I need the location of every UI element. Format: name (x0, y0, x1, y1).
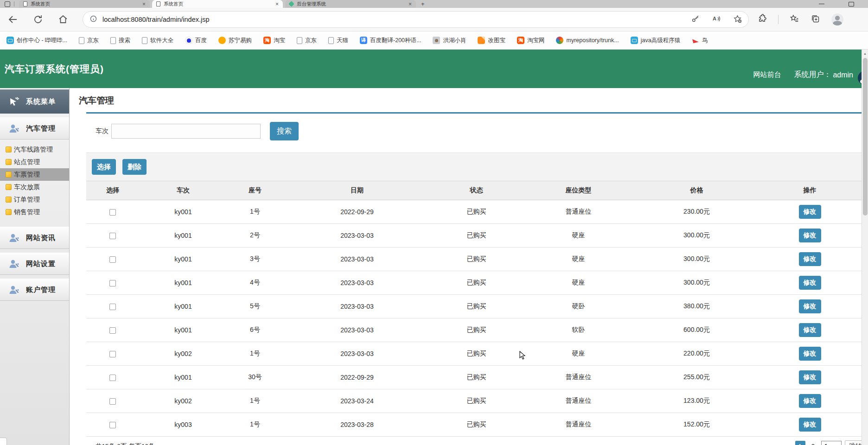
cell-price: 300.00元 (635, 248, 758, 271)
read-aloud-icon[interactable]: A (712, 14, 721, 25)
table-row: ky0031号2023-03-28已购买普通座位152.00元修改 (86, 413, 862, 437)
row-checkbox[interactable] (109, 327, 116, 334)
row-checkbox[interactable] (109, 398, 116, 405)
row-checkbox[interactable] (109, 375, 116, 381)
favorites-bar-icon[interactable] (790, 14, 799, 25)
bookmark-item[interactable]: 淘淘宝网 (517, 37, 545, 44)
person-icon (8, 233, 20, 243)
delete-button[interactable]: 删除 (122, 159, 147, 175)
submenu-item[interactable]: 销售管理 (0, 206, 69, 218)
row-checkbox[interactable] (109, 422, 116, 428)
address-bar[interactable]: localhost:8080/train/admin/index.jsp A (83, 11, 749, 28)
bookmark-item[interactable]: 鸟 (692, 37, 708, 44)
bookmark-item[interactable]: 苏宁易购 (218, 37, 252, 44)
row-checkbox[interactable] (109, 351, 116, 357)
page-button[interactable]: 1 (795, 441, 805, 445)
submenu-item[interactable]: 车票管理 (0, 168, 69, 181)
bookmark-item[interactable]: 搜索 (110, 37, 130, 44)
scroll-up-icon[interactable]: ▲ (862, 50, 868, 57)
row-checkbox[interactable] (109, 209, 116, 216)
section-label: 汽车管理 (26, 124, 56, 133)
row-checkbox[interactable] (109, 304, 116, 310)
refresh-icon[interactable] (32, 14, 44, 25)
submenu-item[interactable]: 订单管理 (0, 193, 69, 206)
submenu-item[interactable]: 站点管理 (0, 156, 69, 168)
bookmark-item[interactable]: 天猫 (328, 37, 348, 44)
tab-close-icon[interactable]: × (142, 1, 146, 7)
search-button[interactable]: 搜索 (270, 122, 299, 140)
bookmark-item[interactable]: 软件大全 (142, 37, 173, 44)
bookmark-item[interactable]: java高级程序猿 (631, 37, 680, 44)
modify-button[interactable]: 修改 (799, 276, 821, 290)
submenu-item[interactable]: 车次放票 (0, 181, 69, 193)
cell-price: 220.00元 (635, 342, 758, 366)
tab-close-icon[interactable]: × (275, 1, 279, 7)
submenu-label: 车票管理 (14, 171, 40, 179)
sidebar-section[interactable]: 网站设置 (0, 253, 69, 275)
tab-strip: 系统首页×系统首页×后台管理系统× + (0, 0, 868, 8)
favorite-add-icon[interactable] (733, 14, 742, 25)
bookmark-item[interactable]: 京东 (79, 37, 99, 44)
folder-icon (6, 197, 12, 203)
bookmark-item[interactable]: 创作中心 - 哔哩哔... (6, 37, 67, 44)
cell-select (86, 389, 139, 413)
bookmark-item[interactable]: 百度 (185, 37, 207, 44)
profile-avatar[interactable] (831, 13, 843, 25)
browser-tab[interactable]: 系统首页× (19, 0, 150, 8)
jump-page-input[interactable] (821, 441, 842, 445)
back-icon[interactable] (7, 14, 19, 25)
bookmark-item[interactable]: 改图宝 (478, 37, 505, 44)
sidebar-section[interactable]: 网站资讯 (0, 227, 69, 249)
row-checkbox[interactable] (109, 256, 116, 263)
home-icon[interactable] (57, 14, 69, 25)
row-checkbox[interactable] (109, 233, 116, 239)
restore-icon[interactable] (849, 2, 854, 6)
browser-tab[interactable]: 后台管理系统× (285, 0, 416, 8)
tab-close-icon[interactable]: × (408, 1, 412, 7)
minimize-icon[interactable] (819, 4, 824, 4)
col-train: 车次 (139, 181, 227, 200)
sidebar-section[interactable]: 账户管理 (0, 279, 69, 301)
info-icon[interactable] (89, 15, 97, 25)
modify-button[interactable]: 修改 (799, 252, 821, 266)
modify-button[interactable]: 修改 (799, 205, 821, 219)
tab-actions-icon[interactable] (5, 1, 10, 7)
submenu-item[interactable]: 汽车线路管理 (0, 143, 69, 156)
modify-button[interactable]: 修改 (799, 370, 821, 384)
key-icon[interactable] (691, 14, 700, 25)
bookmark-label: 百度 (195, 37, 207, 44)
url-text[interactable]: localhost:8080/train/admin/index.jsp (102, 16, 210, 23)
bookmark-item[interactable]: 译百度翻译-200种语... (360, 37, 421, 44)
browser-tab[interactable]: 系统首页× (152, 0, 283, 8)
page-button[interactable]: 2 (809, 441, 818, 445)
sidebar-section[interactable]: 汽车管理 (0, 117, 69, 140)
cell-status: 已购买 (431, 413, 522, 437)
page-scrollbar[interactable]: ▲ (862, 50, 868, 445)
bookmark-item[interactable]: 淘淘宝 (263, 37, 285, 44)
misc1-icon (433, 37, 440, 44)
submenu-label: 汽车线路管理 (14, 146, 53, 154)
bookmark-item[interactable]: myrepository/trunk... (556, 37, 619, 44)
bookmarks-bar: 创作中心 - 哔哩哔...京东搜索软件大全百度苏宁易购淘淘宝京东天猫译百度翻译-… (0, 32, 868, 50)
modify-button[interactable]: 修改 (799, 347, 821, 361)
bookmark-item[interactable]: 洪湖小肖 (433, 37, 466, 44)
bookmark-item[interactable]: 京东 (297, 37, 317, 44)
search-label: 车次 (96, 127, 108, 135)
cell-seat-type: 硬卧 (522, 295, 635, 318)
table-body: ky0011号2022-09-29已购买普通座位230.00元修改ky0012号… (86, 200, 862, 437)
modify-button[interactable]: 修改 (799, 394, 821, 408)
row-checkbox[interactable] (109, 280, 116, 286)
search-input[interactable] (111, 124, 261, 139)
modify-button[interactable]: 修改 (799, 229, 821, 242)
modify-button[interactable]: 修改 (799, 418, 821, 432)
modify-button[interactable]: 修改 (799, 323, 821, 337)
scrollbar-thumb[interactable] (863, 58, 868, 216)
modify-button[interactable]: 修改 (799, 299, 821, 313)
extensions-icon[interactable] (757, 14, 767, 25)
collections-icon[interactable] (811, 14, 820, 25)
col-status: 状态 (431, 181, 522, 200)
front-site-link[interactable]: 网站前台 (753, 70, 781, 79)
select-button[interactable]: 选择 (92, 159, 116, 175)
cell-train: ky001 (139, 200, 227, 224)
new-tab-button[interactable]: + (421, 0, 425, 7)
